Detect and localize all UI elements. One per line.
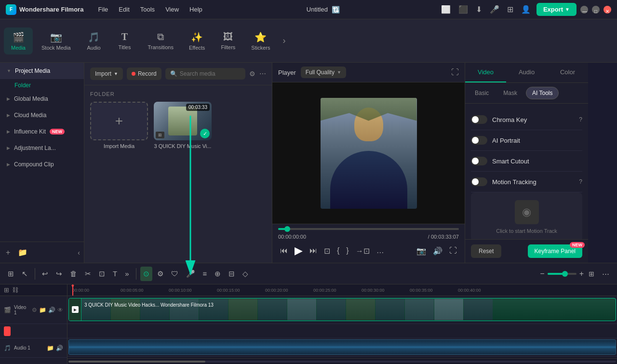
filter-icon[interactable]: ⚙ xyxy=(249,70,255,78)
download-icon[interactable]: ⬇ xyxy=(474,3,484,16)
tl-tool-shield[interactable]: 🛡 xyxy=(168,267,181,281)
sidebar-item-project-media[interactable]: ▼ Project Media xyxy=(0,63,84,79)
player-fullscreen-icon[interactable]: ⛶ xyxy=(451,68,459,77)
tl-tool-magnet[interactable]: ⊙ xyxy=(140,267,152,281)
menu-help[interactable]: Help xyxy=(185,4,207,15)
import-media-card[interactable]: + Import Media xyxy=(90,102,148,149)
tl-tool-cut[interactable]: ✂ xyxy=(82,267,94,281)
add-track-icon[interactable]: ⊞ xyxy=(4,286,9,294)
audio-track-volume[interactable]: 🔊 xyxy=(56,345,63,351)
mic-icon[interactable]: 🎤 xyxy=(488,3,501,16)
menu-view[interactable]: View xyxy=(161,4,184,15)
tab-video[interactable]: Video xyxy=(465,63,506,82)
tl-tool-delete[interactable]: 🗑 xyxy=(67,267,80,281)
save-icon[interactable]: ⬛ xyxy=(456,3,470,16)
tl-tool-crop[interactable]: ⊡ xyxy=(96,267,108,281)
zoom-slider[interactable] xyxy=(548,273,577,275)
menu-edit[interactable]: Edit xyxy=(114,4,134,15)
motion-track-preview[interactable]: ◉ xyxy=(515,200,539,224)
player-fullscreen[interactable]: ⛶ xyxy=(447,244,459,257)
video-media-card[interactable]: 00:03:33 ✓ ⊞ 3 QUICK DIY Music Vi... xyxy=(154,102,212,149)
sub-tab-mask[interactable]: Mask xyxy=(497,87,523,99)
scrollbar-track[interactable] xyxy=(68,361,616,363)
player-add-to-timeline[interactable]: →⊡ xyxy=(354,244,372,257)
player-mark-out[interactable]: } xyxy=(344,244,350,257)
player-volume[interactable]: 🔊 xyxy=(431,244,444,257)
sidebar-item-global-media[interactable]: ▶ Global Media xyxy=(0,91,84,107)
motion-tracking-help-icon[interactable]: ? xyxy=(579,178,582,185)
toolbar-media[interactable]: 🎬 Media xyxy=(4,27,33,54)
video-track-area[interactable]: ▶ 3 QUICK DIY Music Video Hacks... Wonde… xyxy=(67,296,617,324)
toolbar-stickers[interactable]: ⭐ Stickers xyxy=(244,27,277,54)
toolbar-effects[interactable]: ✨ Effects xyxy=(182,27,212,54)
user-icon[interactable]: 👤 xyxy=(519,3,533,16)
close-button[interactable]: ✕ xyxy=(604,6,611,13)
tab-color[interactable]: Color xyxy=(547,63,588,82)
red-marker[interactable] xyxy=(4,326,11,336)
video-clip[interactable]: ▶ 3 QUICK DIY Music Video Hacks... Wonde… xyxy=(68,298,616,321)
scrollbar-thumb[interactable] xyxy=(68,361,205,363)
video-track-folder[interactable]: 📁 xyxy=(39,307,46,313)
smart-cutout-toggle[interactable] xyxy=(471,157,487,165)
more-options-icon[interactable]: ⋯ xyxy=(259,70,266,78)
audio-track-area[interactable] xyxy=(67,338,617,357)
tl-grid-button[interactable]: ⊞ xyxy=(586,267,597,281)
tl-tool-split[interactable]: ⊕ xyxy=(212,267,224,281)
toolbar-transitions[interactable]: ⧉ Transitions xyxy=(141,27,180,54)
video-track-volume[interactable]: 🔊 xyxy=(48,307,55,313)
toolbar-filters[interactable]: 🖼 Filters xyxy=(214,27,242,54)
record-button[interactable]: Record xyxy=(127,67,161,80)
tl-tool-more[interactable]: » xyxy=(122,267,132,281)
search-input[interactable] xyxy=(180,70,241,77)
sub-tab-basic[interactable]: Basic xyxy=(469,87,495,99)
video-track-icon[interactable]: 🎬 xyxy=(4,307,11,313)
player-timeline-bar[interactable] xyxy=(278,228,459,230)
chroma-key-help-icon[interactable]: ? xyxy=(579,116,582,123)
player-play-button[interactable]: ▶ xyxy=(293,243,305,259)
chroma-key-toggle[interactable] xyxy=(471,115,487,124)
create-folder-icon[interactable]: 📁 xyxy=(16,246,29,259)
ai-portrait-toggle[interactable] xyxy=(471,136,487,145)
sidebar-item-influence-kit[interactable]: ▶ Influence Kit NEW xyxy=(0,123,84,140)
tl-tool-equalizer[interactable]: ≡ xyxy=(200,267,210,281)
toolbar-audio[interactable]: 🎵 Audio xyxy=(80,27,108,54)
player-crop-button[interactable]: ⊡ xyxy=(322,244,332,257)
quality-selector[interactable]: Full Quality ▼ xyxy=(301,67,346,78)
toolbar-expand-icon[interactable]: › xyxy=(279,32,289,50)
reset-button[interactable]: Reset xyxy=(471,244,501,258)
tl-tool-select[interactable]: ↖ xyxy=(19,267,31,281)
panel-collapse-icon[interactable]: ‹ xyxy=(78,249,80,256)
player-snapshot[interactable]: 📷 xyxy=(415,244,428,257)
audio-track-icon[interactable]: 🎵 xyxy=(4,345,11,351)
zoom-in-button[interactable]: + xyxy=(579,270,584,278)
monitor-icon[interactable]: ⬜ xyxy=(439,3,453,16)
tl-tool-trim[interactable]: ⊟ xyxy=(226,267,238,281)
toolbar-stock-media[interactable]: 📷 Stock Media xyxy=(35,27,78,54)
tl-tool-keyframe[interactable]: ◇ xyxy=(240,267,251,281)
motion-tracking-toggle[interactable] xyxy=(471,177,487,186)
sidebar-folder-label[interactable]: Folder xyxy=(0,79,84,91)
maximize-button[interactable]: □ xyxy=(592,6,600,13)
tl-tool-mic[interactable]: 🎤 xyxy=(183,267,198,281)
video-track-settings[interactable]: ⚙ xyxy=(32,307,37,313)
add-folder-icon[interactable]: + xyxy=(4,246,12,259)
player-forward-frame[interactable]: ⏭ xyxy=(308,244,319,257)
tl-tool-settings[interactable]: ⚙ xyxy=(154,267,166,281)
apps-icon[interactable]: ⊞ xyxy=(505,3,515,16)
tl-tool-undo[interactable]: ↩ xyxy=(39,267,51,281)
minimize-button[interactable]: — xyxy=(580,6,588,13)
tl-tool-grid[interactable]: ⊞ xyxy=(5,267,17,281)
cloud-save-icon[interactable]: 🔃 xyxy=(332,6,340,13)
tl-more-button[interactable]: ⋯ xyxy=(599,267,612,281)
sidebar-item-adjustment[interactable]: ▶ Adjustment La... xyxy=(0,140,84,156)
player-mark-in[interactable]: { xyxy=(335,244,341,257)
tl-tool-redo[interactable]: ↪ xyxy=(53,267,65,281)
toolbar-titles[interactable]: T Titles xyxy=(110,27,139,54)
video-track-eye[interactable]: 👁 xyxy=(57,307,63,313)
tab-audio[interactable]: Audio xyxy=(506,63,547,82)
zoom-out-button[interactable]: − xyxy=(540,270,544,278)
sidebar-item-cloud-media[interactable]: ▶ Cloud Media xyxy=(0,107,84,123)
link-track-icon[interactable]: ⛓ xyxy=(12,286,18,294)
audio-track-folder[interactable]: 📁 xyxy=(47,345,54,351)
menu-file[interactable]: File xyxy=(93,4,113,15)
